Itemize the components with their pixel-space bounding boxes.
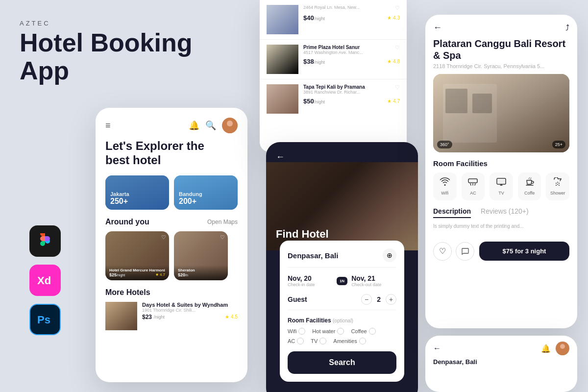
- fac-coffee-label: Coffee: [351, 328, 367, 334]
- fac-tv-checkbox[interactable]: [319, 338, 326, 344]
- detail-hotel-name: Plataran Canggu Bali Resort & Spa: [425, 38, 577, 63]
- hotel2-name: Prime Plaza Hotel Sanur: [303, 45, 363, 50]
- city-card-bandung[interactable]: Bandung 200+: [174, 175, 238, 210]
- hotel3-heart-icon[interactable]: ♡: [395, 84, 400, 91]
- screen5-back-button[interactable]: ←: [433, 344, 441, 353]
- city-card-jakarta[interactable]: Jakarta 250+: [105, 175, 169, 210]
- fac-wifi-name: Wifi: [441, 191, 448, 196]
- open-maps-link[interactable]: Open Maps: [207, 219, 238, 225]
- fac-ac-checkbox[interactable]: [297, 338, 304, 344]
- fac-ac[interactable]: AC: [288, 338, 304, 344]
- around-header: Around you Open Maps: [96, 218, 247, 231]
- svg-text:Xd: Xd: [37, 274, 51, 287]
- list-item[interactable]: Prime Plaza Hotel Sanur 4517 Washington …: [260, 40, 407, 79]
- hotel2-rating: ★ 4.8: [387, 59, 400, 64]
- search-icon[interactable]: 🔍: [205, 120, 216, 131]
- fac-hotwater-checkbox[interactable]: [337, 328, 344, 335]
- facilities-section: Room Facilities (optional) Wifi Hot wate…: [288, 317, 396, 344]
- hotel-wyndham-name: Days Hotel & Suites by Wyndham: [142, 302, 238, 308]
- detail-tabs: Description Reviews (120+): [425, 207, 577, 223]
- hotel2-addr: 4517 Washington Ave. Manc...: [303, 50, 363, 55]
- compass-icon[interactable]: ⊕: [383, 248, 396, 262]
- detail-footer: ♡ $75 for 3 night: [425, 237, 577, 266]
- search-form-card: Denpasar, Bali ⊕ Nov, 20 Check-in date 1…: [280, 241, 404, 382]
- list-item[interactable]: 2464 Royal Ln. Mesa, New... ♡ $40/night …: [260, 0, 407, 40]
- search-back-button[interactable]: ←: [276, 152, 285, 162]
- fac-tv[interactable]: TV: [311, 338, 326, 344]
- message-button[interactable]: [456, 242, 474, 261]
- fac-coffee-checkbox[interactable]: [369, 328, 376, 335]
- fac-ac-name: AC: [470, 191, 476, 196]
- fac-badge-coffee: Coffe: [518, 172, 541, 200]
- checkin-date[interactable]: Nov, 20: [288, 274, 333, 282]
- checkout-date-col: Nov, 21 Check-out date: [351, 274, 396, 287]
- svg-point-19: [559, 183, 560, 184]
- guest-controls: − 2 +: [361, 294, 396, 305]
- screen-search: ← Find Hotel Denpasar, Bali ⊕ Nov, 20 Ch…: [266, 142, 418, 392]
- hotel2-price: $38/night: [303, 57, 325, 66]
- menu-icon[interactable]: ≡: [105, 121, 111, 131]
- hotel-wyndham-info: Days Hotel & Suites by Wyndham 1901 Thor…: [142, 302, 238, 330]
- fac-hotwater[interactable]: Hot water: [312, 328, 344, 335]
- fac-coffee[interactable]: Coffee: [351, 328, 375, 335]
- svg-rect-14: [469, 180, 476, 182]
- hotel-wyndham-thumb: [105, 302, 137, 330]
- fac-amenities[interactable]: Amenities: [333, 338, 366, 344]
- find-hotel-title: Find Hotel: [276, 228, 329, 241]
- city-bandung-name: Bandung: [179, 191, 233, 197]
- facilities-row-2: AC TV Amenities: [288, 338, 396, 344]
- list-item[interactable]: Days Hotel & Suites by Wyndham 1901 Thor…: [105, 302, 238, 330]
- fac-wifi-checkbox[interactable]: [298, 328, 305, 335]
- hotel3-name: Tapa Tepi Kali by Pramana: [303, 84, 365, 90]
- checkout-date[interactable]: Nov, 21: [351, 274, 396, 282]
- fac-hotwater-label: Hot water: [312, 328, 335, 334]
- favorite-button[interactable]: ♡: [433, 242, 452, 261]
- screen5-avatar[interactable]: [556, 342, 569, 355]
- fac-amenities-checkbox[interactable]: [359, 338, 366, 344]
- dates-row: Nov, 20 Check-in date 1N Nov, 21 Check-o…: [288, 274, 396, 287]
- detail-hotel-addr: 2118 Thornridge Cir. Syracu, Pennsylvani…: [425, 63, 577, 74]
- hotel-sheraton-heart[interactable]: ♡: [220, 234, 225, 241]
- hotel-mercure-name: Hotel Grand Mercure Harmoni: [109, 268, 165, 272]
- book-now-button[interactable]: $75 for 3 night: [479, 242, 569, 261]
- hotel-card-mercure[interactable]: Hotel Grand Mercure Harmoni $25/night ★ …: [105, 231, 169, 280]
- location-text[interactable]: Denpasar, Bali: [288, 251, 338, 260]
- screen1-header: ≡ 🔔 🔍: [96, 108, 247, 139]
- hotel-wyndham-rating: ★ 4.5: [225, 314, 238, 319]
- room-facilities-title: Room Facilities: [425, 159, 577, 172]
- hotel-list-item2-info: Prime Plaza Hotel Sanur 4517 Washington …: [303, 45, 400, 74]
- screen-hotel-list: 2464 Royal Ln. Mesa, New... ♡ $40/night …: [260, 0, 407, 152]
- badge-360[interactable]: 360°: [437, 141, 452, 148]
- hotel1-heart-icon[interactable]: ♡: [395, 5, 400, 11]
- tab-description[interactable]: Description: [433, 207, 471, 218]
- hotel-card-sheraton[interactable]: Sheraton $20/n ♡: [174, 231, 228, 280]
- screen5-bell-icon[interactable]: 🔔: [541, 344, 551, 353]
- more-hotels-title: More Hotels: [105, 288, 150, 296]
- fac-amenities-label: Amenities: [333, 338, 357, 344]
- user-avatar[interactable]: [222, 118, 238, 133]
- guest-decrement-button[interactable]: −: [361, 294, 372, 305]
- ps-icon: Ps: [29, 304, 61, 335]
- hotel2-heart-icon[interactable]: ♡: [395, 45, 400, 51]
- svg-point-21: [559, 185, 560, 186]
- around-title: Around you: [105, 218, 149, 226]
- guest-increment-button[interactable]: +: [386, 294, 396, 305]
- detail-back-button[interactable]: ←: [433, 23, 442, 33]
- city-jakarta-count: 250+: [110, 197, 164, 206]
- search-button[interactable]: Search: [288, 351, 396, 374]
- svg-rect-7: [267, 45, 298, 74]
- more-hotels-section: More Hotels: [96, 288, 247, 302]
- figma-icon: [29, 225, 61, 257]
- svg-point-3: [227, 121, 233, 126]
- svg-rect-5: [105, 302, 137, 330]
- detail-share-button[interactable]: ⤴: [565, 24, 569, 32]
- hotel-list-item1-info: 2464 Royal Ln. Mesa, New... ♡ $40/night …: [303, 5, 400, 34]
- tv-icon: [496, 177, 507, 189]
- hotel-mercure-heart[interactable]: ♡: [161, 234, 166, 241]
- badge-photos[interactable]: 25+: [552, 141, 565, 148]
- fac-wifi[interactable]: Wifi: [288, 328, 305, 335]
- tab-reviews[interactable]: Reviews (120+): [481, 207, 529, 218]
- bell-icon[interactable]: 🔔: [189, 120, 199, 131]
- checkout-label: Check-out date: [351, 282, 396, 287]
- list-item[interactable]: Tapa Tepi Kali by Pramana 3891 Ranchview…: [260, 79, 407, 119]
